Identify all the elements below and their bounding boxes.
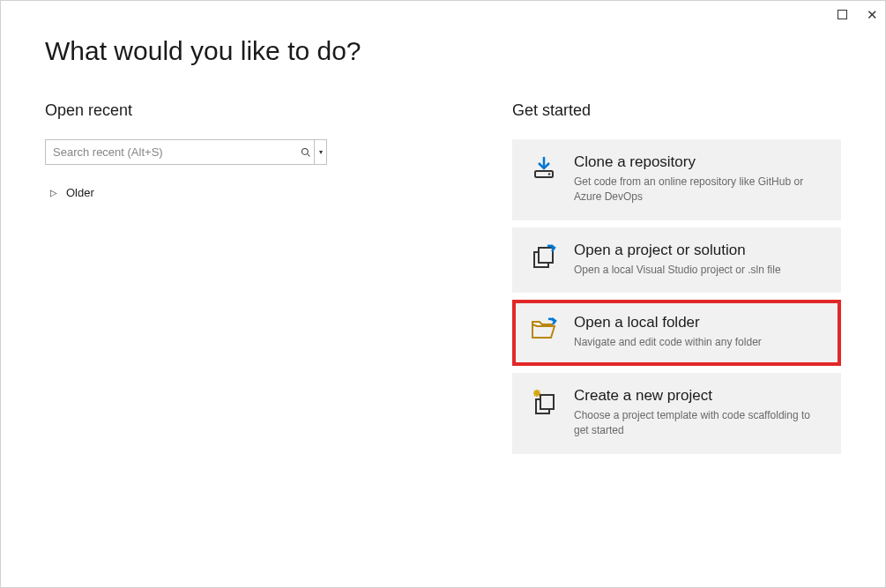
- open-folder-card[interactable]: Open a local folder Navigate and edit co…: [512, 300, 841, 366]
- svg-point-0: [302, 148, 309, 154]
- folder-icon: [530, 316, 558, 344]
- svg-point-4: [548, 173, 550, 175]
- clone-icon: [530, 155, 558, 183]
- create-project-card[interactable]: Create a new project Choose a project te…: [512, 373, 841, 454]
- card-desc: Get code from an online repository like …: [574, 175, 823, 205]
- chevron-right-icon: ▷: [50, 188, 57, 197]
- close-button[interactable]: ✕: [866, 8, 878, 20]
- square-icon: [838, 10, 847, 19]
- svg-line-1: [308, 153, 310, 156]
- close-icon: ✕: [867, 8, 878, 21]
- svg-rect-8: [540, 395, 554, 409]
- search-input[interactable]: [46, 140, 298, 164]
- open-recent-heading: Open recent: [45, 101, 459, 120]
- search-icon: [301, 147, 311, 158]
- chevron-down-icon: ▾: [319, 148, 323, 156]
- new-project-icon: [530, 389, 558, 417]
- card-desc: Choose a project template with code scaf…: [574, 408, 823, 438]
- clone-repository-card[interactable]: Clone a repository Get code from an onli…: [512, 139, 841, 220]
- older-group[interactable]: ▷ Older: [45, 186, 459, 199]
- card-desc: Open a local Visual Studio project or .s…: [574, 263, 823, 278]
- search-dropdown-button[interactable]: ▾: [314, 140, 326, 164]
- card-title: Create a new project: [574, 387, 823, 405]
- open-project-card[interactable]: Open a project or solution Open a local …: [512, 227, 841, 294]
- maximize-button[interactable]: [836, 8, 848, 20]
- card-desc: Navigate and edit code within any folder: [574, 335, 823, 350]
- card-title: Open a project or solution: [574, 242, 823, 259]
- search-container: ▾: [45, 139, 327, 165]
- card-title: Clone a repository: [574, 153, 823, 171]
- page-title: What would you like to do?: [45, 36, 841, 66]
- card-title: Open a local folder: [574, 314, 823, 331]
- svg-rect-6: [539, 248, 553, 263]
- older-label: Older: [66, 186, 94, 199]
- get-started-heading: Get started: [512, 101, 841, 120]
- project-icon: [530, 243, 558, 272]
- search-button[interactable]: [298, 140, 314, 164]
